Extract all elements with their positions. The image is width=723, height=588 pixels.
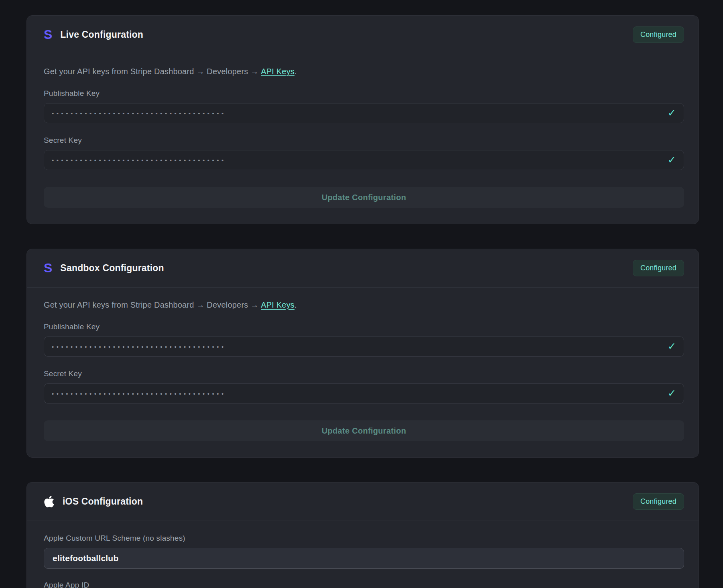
live-configuration-header: S Live Configuration Configured [27, 16, 699, 54]
url-scheme-input[interactable] [44, 548, 684, 569]
instruction-period: . [294, 300, 297, 309]
secret-key-field: ✓ [44, 150, 684, 170]
url-scheme-field [44, 548, 684, 569]
apple-icon [44, 495, 55, 508]
sandbox-configuration-body: Get your API keys from Stripe Dashboard … [27, 288, 699, 457]
settings-page: S Live Configuration Configured Get your… [0, 0, 723, 588]
publishable-key-label: Publishable Key [44, 322, 684, 331]
api-keys-link[interactable]: API Keys [261, 300, 294, 309]
stripe-icon: S [44, 28, 52, 41]
secret-key-input[interactable] [44, 383, 684, 403]
api-keys-link[interactable]: API Keys [261, 67, 294, 76]
stripe-icon: S [44, 262, 52, 274]
publishable-key-field: ✓ [44, 103, 684, 123]
publishable-key-label: Publishable Key [44, 89, 684, 98]
secret-key-label: Secret Key [44, 369, 684, 378]
api-keys-instruction: Get your API keys from Stripe Dashboard … [44, 67, 684, 76]
instruction-text: Get your API keys from Stripe Dashboard … [44, 300, 261, 309]
secret-key-input[interactable] [44, 150, 684, 170]
instruction-period: . [294, 67, 297, 76]
status-badge: Configured [633, 26, 684, 43]
sandbox-configuration-header: S Sandbox Configuration Configured [27, 249, 699, 288]
live-configuration-card: S Live Configuration Configured Get your… [26, 15, 699, 224]
card-title: iOS Configuration [63, 496, 143, 507]
publishable-key-input[interactable] [44, 103, 684, 123]
status-badge: Configured [633, 260, 684, 276]
url-scheme-label: Apple Custom URL Scheme (no slashes) [44, 534, 684, 543]
status-badge: Configured [633, 493, 684, 510]
secret-key-label: Secret Key [44, 136, 684, 145]
update-configuration-button[interactable]: Update Configuration [44, 420, 684, 441]
apple-app-id-label: Apple App ID [44, 581, 684, 588]
api-keys-instruction: Get your API keys from Stripe Dashboard … [44, 300, 684, 310]
update-configuration-button[interactable]: Update Configuration [44, 187, 684, 208]
ios-configuration-header: iOS Configuration Configured [27, 483, 699, 521]
publishable-key-input[interactable] [44, 337, 684, 357]
publishable-key-field: ✓ [44, 337, 684, 357]
instruction-text: Get your API keys from Stripe Dashboard … [44, 67, 261, 76]
card-title: Sandbox Configuration [60, 263, 164, 274]
ios-configuration-card: iOS Configuration Configured Apple Custo… [26, 482, 699, 588]
sandbox-configuration-card: S Sandbox Configuration Configured Get y… [26, 249, 699, 458]
secret-key-field: ✓ [44, 383, 684, 403]
ios-configuration-body: Apple Custom URL Scheme (no slashes) App… [27, 521, 699, 588]
live-configuration-body: Get your API keys from Stripe Dashboard … [27, 54, 699, 224]
card-title: Live Configuration [60, 29, 143, 40]
